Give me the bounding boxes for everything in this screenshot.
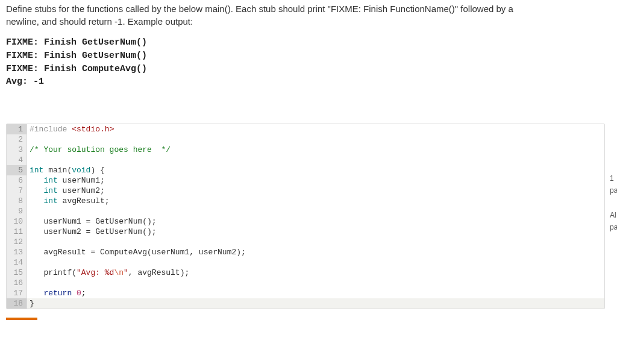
code-content[interactable] [27, 155, 604, 165]
code-line[interactable]: 11 userNum2 = GetUserNum(); [7, 227, 604, 237]
code-line[interactable]: 2 [7, 134, 604, 145]
code-line[interactable]: 14 [7, 257, 604, 268]
side-frag-4: pa [610, 221, 617, 233]
line-number: 18 [7, 298, 27, 309]
code-content[interactable]: /* Your solution goes here */ [27, 145, 604, 155]
line-number: 6 [7, 175, 27, 186]
code-line[interactable]: 13 avgResult = ComputeAvg(userNum1, user… [7, 247, 604, 257]
line-number: 11 [7, 227, 27, 237]
line-number: 10 [7, 216, 27, 227]
side-frag-2: pa [610, 184, 617, 196]
problem-instructions: Define stubs for the functions called by… [6, 2, 611, 28]
line-number: 9 [7, 206, 27, 216]
active-tab-indicator [6, 318, 37, 320]
line-number: 2 [7, 134, 27, 145]
example-output-block: FIXME: Finish GetUserNum() FIXME: Finish… [6, 36, 611, 89]
code-content[interactable]: printf("Avg: %d\n", avgResult); [27, 268, 604, 278]
code-line[interactable]: 17 return 0; [7, 288, 604, 298]
code-line[interactable]: 1#include <stdio.h> [7, 124, 604, 134]
code-content[interactable]: return 0; [27, 288, 604, 298]
instruction-line-1: Define stubs for the functions called by… [6, 4, 513, 14]
code-line[interactable]: 9 [7, 206, 604, 216]
line-number: 8 [7, 196, 27, 206]
code-line[interactable]: 10 userNum1 = GetUserNum(); [7, 216, 604, 227]
code-content[interactable] [27, 206, 604, 216]
code-line[interactable]: 4 [7, 155, 604, 165]
code-line[interactable]: 16 [7, 278, 604, 288]
line-number: 12 [7, 237, 27, 247]
line-number: 15 [7, 268, 27, 278]
code-content[interactable] [27, 134, 604, 145]
code-editor[interactable]: 1#include <stdio.h>23/* Your solution go… [6, 124, 605, 309]
code-line[interactable]: 8 int avgResult; [7, 196, 604, 206]
line-number: 17 [7, 288, 27, 298]
code-line[interactable]: 5int main(void) { [7, 165, 604, 175]
cutoff-sidebar: 1 pa Al pa [610, 172, 617, 234]
line-number: 5 [7, 165, 27, 175]
code-content[interactable]: int userNum2; [27, 186, 604, 196]
code-line[interactable]: 15 printf("Avg: %d\n", avgResult); [7, 268, 604, 278]
code-line[interactable]: 7 int userNum2; [7, 186, 604, 196]
line-number: 13 [7, 247, 27, 257]
code-line[interactable]: 3/* Your solution goes here */ [7, 145, 604, 155]
line-number: 1 [7, 124, 27, 134]
line-number: 3 [7, 145, 27, 155]
code-content[interactable] [27, 257, 604, 268]
side-frag-3: Al [610, 209, 617, 221]
code-content[interactable]: int avgResult; [27, 196, 604, 206]
code-content[interactable]: userNum1 = GetUserNum(); [27, 216, 604, 227]
side-frag-1: 1 [610, 172, 617, 184]
line-number: 7 [7, 186, 27, 196]
instruction-line-2: newline, and should return -1. Example o… [6, 16, 193, 27]
code-line[interactable]: 12 [7, 237, 604, 247]
code-content[interactable]: int main(void) { [27, 165, 604, 175]
code-content[interactable]: } [27, 298, 604, 309]
code-line[interactable]: 18} [7, 298, 604, 309]
code-content[interactable]: #include <stdio.h> [27, 124, 604, 134]
code-line[interactable]: 6 int userNum1; [7, 175, 604, 186]
line-number: 14 [7, 257, 27, 268]
code-content[interactable] [27, 278, 604, 288]
code-content[interactable] [27, 237, 604, 247]
line-number: 16 [7, 278, 27, 288]
code-content[interactable]: int userNum1; [27, 175, 604, 186]
code-content[interactable]: avgResult = ComputeAvg(userNum1, userNum… [27, 247, 604, 257]
line-number: 4 [7, 155, 27, 165]
code-content[interactable]: userNum2 = GetUserNum(); [27, 227, 604, 237]
